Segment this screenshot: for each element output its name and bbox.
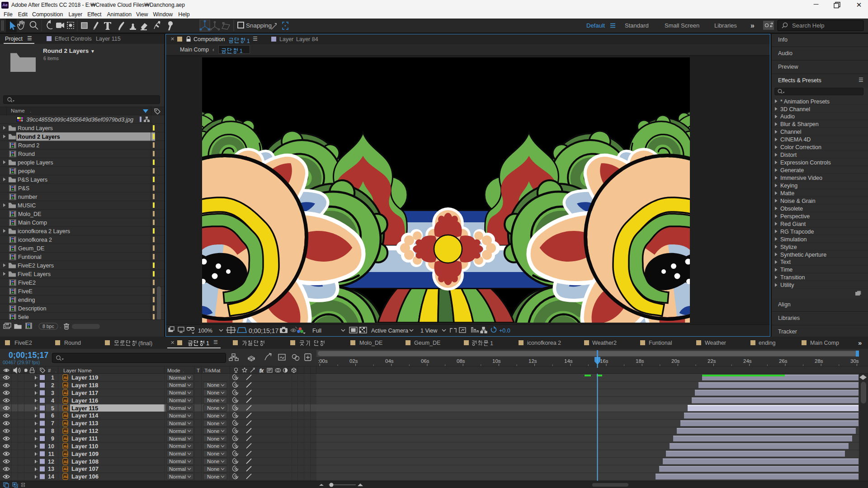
svg-text:fx: fx [259,368,264,373]
svg-text:Geum_DE: Geum_DE [18,245,44,252]
svg-text:22s: 22s [708,358,716,364]
svg-text:Mode: Mode [167,368,180,373]
svg-text:6: 6 [51,413,54,419]
svg-text:1: 1 [51,375,54,381]
svg-text:Search Help: Search Help [792,22,825,29]
svg-text:Round: Round [18,151,35,157]
svg-text:100%: 100% [198,328,212,334]
svg-text:Round 2: Round 2 [18,142,39,149]
svg-text:Full: Full [312,328,321,334]
svg-text:Normal: Normal [169,474,186,479]
svg-text:Transition: Transition [780,274,805,281]
svg-text:Layer 113: Layer 113 [71,420,98,427]
svg-text:MUSIC: MUSIC [18,202,36,209]
svg-text:Normal: Normal [169,428,186,434]
svg-text:Keying: Keying [780,183,797,189]
svg-text:13: 13 [48,466,54,472]
svg-text:Layer 118: Layer 118 [71,382,98,389]
svg-text:None: None [207,436,220,441]
svg-text:Layer 115: Layer 115 [71,405,98,412]
svg-text:Simulation: Simulation [780,236,807,243]
svg-text:people: people [18,168,35,174]
svg-text:.: . [183,368,184,373]
svg-text:.: . [55,368,57,373]
svg-text:Molo_DE: Molo_DE [18,211,41,217]
svg-text:iconofkorea 2: iconofkorea 2 [18,237,52,243]
svg-text:Layer 110: Layer 110 [71,443,98,450]
svg-text:Immersive Video: Immersive Video [780,175,822,181]
svg-text:4: 4 [51,398,54,404]
svg-text:Normal: Normal [169,390,186,395]
svg-text:None: None [207,443,220,449]
svg-text:* Animation Presets: * Animation Presets [780,99,830,105]
svg-text:+0.0: +0.0 [499,328,510,334]
svg-text:Layer 112: Layer 112 [71,427,98,434]
svg-text:Red Giant: Red Giant [780,221,806,227]
svg-text:2: 2 [51,382,54,389]
svg-text:Perspective: Perspective [780,213,810,220]
svg-text:28s: 28s [815,358,823,364]
svg-text:Noise & Grain: Noise & Grain [780,198,816,204]
svg-text:Matte: Matte [780,190,794,197]
svg-text:Funtional: Funtional [18,254,41,260]
svg-text:Time: Time [780,267,793,273]
svg-text:None: None [207,405,220,411]
svg-text:Layer 109: Layer 109 [71,450,99,457]
svg-text:Blur & Sharpen: Blur & Sharpen [780,121,819,127]
svg-text:Layer 108: Layer 108 [71,458,99,465]
svg-text:8: 8 [51,428,54,434]
svg-text:Standard: Standard [625,22,649,29]
svg-text:Layer 114: Layer 114 [71,412,99,419]
svg-text:Round 2 Layers: Round 2 Layers [18,134,60,140]
svg-text:5: 5 [51,405,54,412]
svg-text:Obsolete: Obsolete [780,206,803,212]
svg-text:None: None [207,466,220,472]
svg-text:FiveE Layers: FiveE Layers [18,271,51,277]
svg-text:.: . [60,324,61,329]
svg-text:None: None [207,382,220,388]
svg-text:3: 3 [51,390,54,396]
svg-text:Default: Default [586,22,605,29]
svg-text:None: None [207,421,220,426]
svg-text:Synthetic Aperture: Synthetic Aperture [780,252,826,258]
svg-text:Layer Name: Layer Name [63,368,92,373]
svg-text:0;00;15;17: 0;00;15;17 [249,327,278,334]
svg-text:Normal: Normal [169,443,186,449]
svg-text:08s: 08s [457,358,465,364]
svg-text:1 View: 1 View [420,328,438,334]
svg-text:P&S Layers: P&S Layers [18,177,47,183]
svg-text:Generate: Generate [780,167,804,174]
svg-text:Normal: Normal [169,421,186,426]
svg-text:Layer 107: Layer 107 [71,465,99,472]
svg-text:Layer 106: Layer 106 [71,473,99,480]
svg-text:Normal: Normal [169,451,186,456]
svg-text:Expression Controls: Expression Controls [780,160,831,166]
svg-text:8 bpc: 8 bpc [42,324,54,329]
svg-text:P&S: P&S [18,185,29,192]
svg-text:None: None [207,474,220,479]
svg-text:None: None [207,413,220,418]
svg-text:None: None [207,398,220,403]
svg-text:14s: 14s [564,358,573,364]
svg-text:06s: 06s [421,358,429,364]
svg-text:10s: 10s [492,358,501,364]
svg-text:CINEMA 4D: CINEMA 4D [780,136,811,143]
svg-text:Normal: Normal [169,413,186,418]
svg-text:number: number [18,194,37,200]
svg-text:Normal: Normal [169,375,186,380]
svg-text:FiveE: FiveE [18,288,33,295]
svg-text:Libraries: Libraries [714,22,737,29]
svg-text:Distort: Distort [780,152,797,158]
svg-text:None: None [207,451,220,456]
svg-text:RG Trapcode: RG Trapcode [780,229,814,235]
svg-text:Audio: Audio [780,113,795,120]
svg-text:FiveE2 Layers: FiveE2 Layers [18,263,54,269]
svg-text:Snapping: Snapping [246,22,272,29]
svg-text:Utility: Utility [780,282,794,288]
svg-text:None: None [207,390,220,395]
svg-text:Normal: Normal [169,405,186,411]
svg-text:04s: 04s [385,358,394,364]
svg-text:26s: 26s [779,358,788,364]
svg-text:Channel: Channel [780,129,802,135]
svg-text:Normal: Normal [169,436,186,441]
